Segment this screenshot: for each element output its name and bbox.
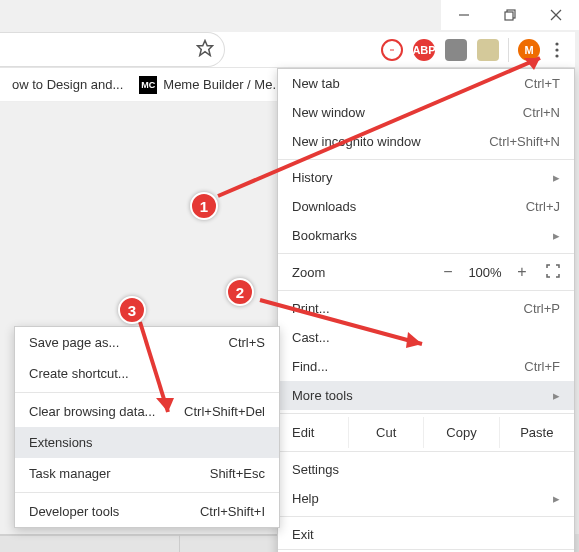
block-icon[interactable] [381,39,403,61]
menu-help[interactable]: Help▸ [278,484,574,513]
favicon: MC [139,76,157,94]
menu-label: Exit [292,527,314,542]
menu-shortcut: Ctrl+Shift+I [200,504,265,519]
menu-label: Settings [292,462,339,477]
menu-new-incognito[interactable]: New incognito windowCtrl+Shift+N [278,127,574,156]
submenu-save-page[interactable]: Save page as...Ctrl+S [15,327,279,358]
menu-shortcut: Ctrl+P [524,301,560,316]
submenu-clear-data[interactable]: Clear browsing data...Ctrl+Shift+Del [15,396,279,427]
menu-exit[interactable]: Exit [278,520,574,549]
svg-point-6 [555,42,558,45]
close-button[interactable] [533,0,579,30]
menu-shortcut: Ctrl+Shift+Del [184,404,265,419]
menu-print[interactable]: Print...Ctrl+P [278,294,574,323]
ext-icon-3[interactable] [445,39,467,61]
menu-label: Clear browsing data... [29,404,155,419]
bookmark-item[interactable]: ow to Design and... [4,71,131,98]
svg-point-7 [555,48,558,51]
svg-rect-2 [505,12,513,20]
chevron-right-icon: ▸ [553,491,560,506]
menu-shortcut: Ctrl+T [524,76,560,91]
menu-shortcut: Ctrl+S [229,335,265,350]
chevron-right-icon: ▸ [553,170,560,185]
minimize-button[interactable] [441,0,487,30]
paste-button[interactable]: Paste [499,417,574,448]
menu-separator [278,516,574,517]
annotation-badge-3: 3 [118,296,146,324]
menu-label: New incognito window [292,134,421,149]
menu-label: Bookmarks [292,228,357,243]
profile-avatar[interactable]: M [518,39,540,61]
menu-label: Edit [278,417,348,448]
menu-shortcut: Ctrl+N [523,105,560,120]
menu-label: Help [292,491,319,506]
ext-icon-4[interactable] [477,39,499,61]
cut-button[interactable]: Cut [348,417,423,448]
submenu-dev-tools[interactable]: Developer toolsCtrl+Shift+I [15,496,279,527]
menu-zoom: Zoom − 100% + [278,257,574,287]
menu-label: Find... [292,359,328,374]
menu-label: New tab [292,76,340,91]
menu-label: Developer tools [29,504,119,519]
svg-marker-5 [198,41,213,56]
submenu-extensions[interactable]: Extensions [15,427,279,458]
menu-label: Print... [292,301,330,316]
menu-new-tab[interactable]: New tabCtrl+T [278,69,574,98]
copy-button[interactable]: Copy [423,417,498,448]
chevron-right-icon: ▸ [553,388,560,403]
menu-settings[interactable]: Settings [278,455,574,484]
menu-label: Save page as... [29,335,119,350]
annotation-badge-2: 2 [226,278,254,306]
menu-find[interactable]: Find...Ctrl+F [278,352,574,381]
menu-label: More tools [292,388,353,403]
main-menu-button[interactable] [545,38,569,62]
bookmark-star-icon[interactable] [196,39,214,60]
menu-more-tools[interactable]: More tools▸ [278,381,574,410]
menu-label: History [292,170,332,185]
submenu-create-shortcut[interactable]: Create shortcut... [15,358,279,389]
menu-edit-row: Edit Cut Copy Paste [278,417,574,448]
menu-separator [278,451,574,452]
bookmarks-bar: ow to Design and... MC Meme Builder / Me… [0,68,279,102]
menu-shortcut: Ctrl+Shift+N [489,134,560,149]
menu-label: New window [292,105,365,120]
submenu-task-manager[interactable]: Task managerShift+Esc [15,458,279,489]
bookmark-item[interactable]: MC Meme Builder / Me... [131,70,291,100]
menu-separator [278,290,574,291]
maximize-button[interactable] [487,0,533,30]
menu-downloads[interactable]: DownloadsCtrl+J [278,192,574,221]
menu-label: Create shortcut... [29,366,129,381]
menu-label: Extensions [29,435,93,450]
toolbar-separator [508,38,509,62]
annotation-badge-1: 1 [190,192,218,220]
menu-separator [278,413,574,414]
chevron-right-icon: ▸ [553,228,560,243]
menu-label: Zoom [292,265,325,280]
menu-separator [278,159,574,160]
fullscreen-icon[interactable] [546,264,560,281]
chrome-main-menu: New tabCtrl+T New windowCtrl+N New incog… [277,68,575,552]
adblock-plus-icon[interactable]: ABP [413,39,435,61]
menu-separator [15,392,279,393]
menu-cast[interactable]: Cast... [278,323,574,352]
zoom-out-button[interactable]: − [434,263,462,281]
bookmark-label: Meme Builder / Me... [163,77,283,92]
menu-history[interactable]: History▸ [278,163,574,192]
browser-toolbar: ABP M [0,32,575,68]
menu-shortcut: Ctrl+J [526,199,560,214]
menu-shortcut: Ctrl+F [524,359,560,374]
address-bar[interactable] [0,32,225,67]
window-controls [441,0,579,30]
menu-separator [278,253,574,254]
more-tools-submenu: Save page as...Ctrl+S Create shortcut...… [14,326,280,528]
menu-label: Task manager [29,466,111,481]
menu-label: Downloads [292,199,356,214]
zoom-in-button[interactable]: + [508,263,536,281]
menu-new-window[interactable]: New windowCtrl+N [278,98,574,127]
menu-shortcut: Shift+Esc [210,466,265,481]
bookmark-label: ow to Design and... [12,77,123,92]
menu-label: Cast... [292,330,330,345]
svg-point-8 [555,54,558,57]
menu-bookmarks[interactable]: Bookmarks▸ [278,221,574,250]
menu-separator [15,492,279,493]
